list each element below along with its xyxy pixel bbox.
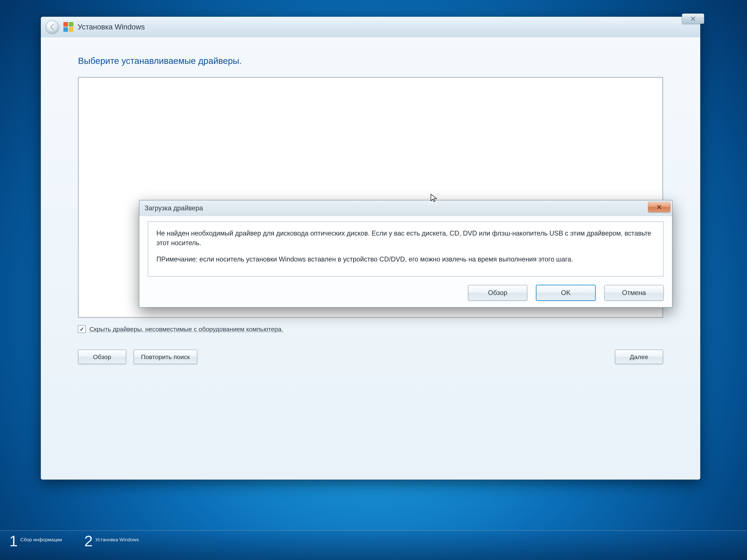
step-1: 1 Сбор информации — [9, 535, 62, 547]
dialog-browse-button[interactable]: Обзор — [468, 285, 527, 300]
step-2: 2 Установка Windows — [84, 535, 139, 547]
hide-incompatible-label: Скрыть драйверы, несовместимые с оборудо… — [89, 325, 283, 333]
next-button[interactable]: Далее — [615, 350, 663, 364]
windows-flag-icon — [63, 22, 74, 32]
arrow-left-icon — [49, 23, 56, 31]
progress-steps: 1 Сбор информации 2 Установка Windows — [0, 530, 747, 560]
window-close-button[interactable] — [682, 14, 704, 24]
back-button[interactable] — [45, 20, 59, 34]
load-driver-dialog: Загрузка драйвера Не найден необходимый … — [139, 200, 672, 308]
close-icon — [656, 204, 662, 210]
dialog-title: Загрузка драйвера — [145, 204, 203, 212]
page-heading: Выберите устанавливаемые драйверы. — [78, 56, 663, 66]
titlebar: Установка Windows — [41, 17, 700, 37]
dialog-titlebar: Загрузка драйвера — [139, 201, 672, 216]
hide-incompatible-row[interactable]: Скрыть драйверы, несовместимые с оборудо… — [78, 325, 663, 333]
hide-incompatible-checkbox[interactable] — [78, 325, 86, 333]
window-button-row: Обзор Повторить поиск Далее — [78, 350, 663, 364]
dialog-button-row: Обзор OK Отмена — [148, 285, 664, 300]
dialog-body: Не найден необходимый драйвер для дисков… — [139, 216, 672, 307]
rescan-button[interactable]: Повторить поиск — [134, 350, 197, 364]
dialog-message-p2: ПРимечание: если носитель установки Wind… — [156, 255, 655, 264]
browse-button[interactable]: Обзор — [78, 350, 126, 364]
step-1-label: Сбор информации — [20, 535, 62, 542]
step-1-number: 1 — [9, 535, 17, 547]
window-title: Установка Windows — [78, 23, 145, 31]
dialog-close-button[interactable] — [648, 202, 670, 212]
dialog-ok-button[interactable]: OK — [536, 285, 595, 300]
dialog-message: Не найден необходимый драйвер для дисков… — [148, 221, 664, 276]
step-2-number: 2 — [84, 535, 92, 547]
dialog-message-p1: Не найден необходимый драйвер для дисков… — [156, 229, 655, 248]
step-2-label: Установка Windows — [96, 535, 139, 542]
close-icon — [690, 16, 696, 22]
dialog-cancel-button[interactable]: Отмена — [604, 285, 664, 300]
